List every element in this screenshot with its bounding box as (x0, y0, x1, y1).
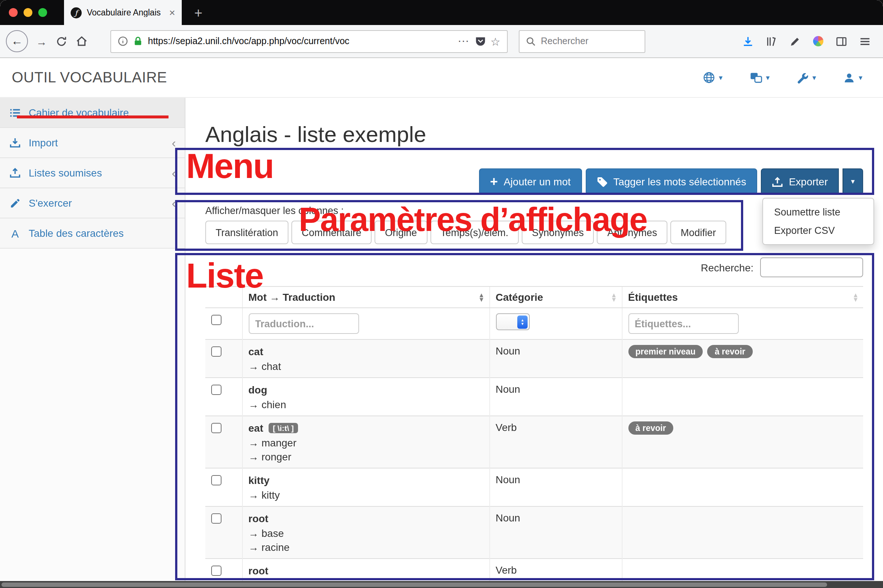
column-toggle-button[interactable]: Modifier (670, 220, 726, 244)
sidebar-item[interactable]: Import ‹ (0, 128, 185, 158)
scrollbar-thumb[interactable] (2, 582, 827, 586)
caret-down-icon: ▾ (766, 74, 770, 81)
home-icon (75, 35, 87, 47)
export-button[interactable]: Exporter (761, 168, 839, 195)
address-bar[interactable]: https://sepia2.unil.ch/voc/app.php/voc/c… (110, 30, 508, 52)
translations: → chat (248, 360, 483, 372)
row-checkbox[interactable] (211, 385, 221, 395)
close-window-button[interactable] (9, 8, 18, 17)
new-tab-button[interactable]: + (194, 6, 202, 20)
user-icon (843, 72, 855, 84)
forward-button[interactable]: → (32, 31, 51, 51)
pocket-icon[interactable] (475, 36, 485, 46)
table-row: eat[ \i:t\ ] → manger→ ronger Verb à rev… (205, 416, 863, 468)
export-caret-button[interactable]: ▾ (842, 168, 863, 195)
library-icon[interactable] (766, 36, 777, 47)
upload-icon (9, 167, 21, 178)
font-icon: A (9, 227, 21, 239)
row-checkbox[interactable] (211, 346, 221, 357)
column-toggle-button[interactable]: Commentaire (291, 220, 372, 244)
browser-tab[interactable]: ƒ Vocabulaire Anglais × (64, 0, 182, 25)
user-menu[interactable]: ▾ (843, 72, 862, 84)
table-row: root Verb (205, 559, 863, 583)
sidebar-toggle-icon[interactable] (836, 36, 847, 47)
sidebar-item-label: S'exercer (29, 197, 72, 209)
browser-search-input[interactable] (541, 36, 638, 46)
page-title: Anglais - liste exemple (205, 122, 883, 148)
back-button[interactable]: ← (6, 30, 28, 52)
column-toggle-button[interactable]: Origine (374, 220, 427, 244)
page-info-icon[interactable] (118, 36, 128, 46)
main-content: Anglais - liste exemple + Ajouter un mot… (185, 98, 883, 588)
column-toggle-button[interactable]: Antonymes (597, 220, 667, 244)
edit-icon (9, 198, 21, 208)
traduction-filter-input[interactable] (248, 313, 359, 334)
word-text: eat (248, 422, 263, 434)
translations: → chien (248, 399, 483, 410)
window-controls (0, 8, 58, 17)
add-word-button[interactable]: + Ajouter un mot (479, 168, 582, 195)
minimize-window-button[interactable] (24, 8, 32, 17)
table-search-input[interactable] (760, 257, 863, 277)
category-filter-select[interactable]: ▲▼ (496, 313, 529, 330)
category-cell: Verb (490, 416, 622, 468)
reload-button[interactable] (51, 31, 71, 51)
home-button[interactable] (71, 31, 91, 51)
site-favicon-icon: ƒ (71, 7, 82, 18)
extension-pinwheel-icon[interactable] (813, 36, 823, 46)
row-checkbox[interactable] (211, 423, 221, 433)
action-button-row: + Ajouter un mot Tagger les mots sélecti… (185, 168, 863, 195)
menu-hamburger-icon[interactable] (859, 36, 871, 47)
tags-cell: à revoir (622, 416, 863, 468)
sidebar-item[interactable]: Cahier de vocabulaire (0, 98, 185, 128)
export-menu-item[interactable]: Soumettre liste (763, 203, 873, 221)
table-row: dog → chien Noun (205, 378, 863, 416)
translation-line: → chien (248, 399, 483, 410)
translations: → manger→ ronger (248, 437, 483, 463)
column-header-etiquettes[interactable]: Étiquettes ▴▾ (622, 286, 863, 308)
translate-icon (750, 71, 762, 84)
browser-window: ƒ Vocabulaire Anglais × + ← → https://se… (0, 0, 883, 588)
column-header-categorie[interactable]: Catégorie ▴▾ (490, 286, 622, 308)
zoom-window-button[interactable] (38, 8, 47, 17)
row-checkbox[interactable] (211, 566, 221, 576)
sort-icon: ▴▾ (612, 294, 616, 302)
url-text[interactable]: https://sepia2.unil.ch/voc/app.php/voc/c… (148, 36, 453, 46)
translate-menu[interactable]: ▾ (750, 71, 770, 84)
tags-cell: premier niveauà revoir (622, 339, 863, 378)
tab-bar: ƒ Vocabulaire Anglais × + (0, 0, 883, 25)
column-toggle-button[interactable]: Synonymes (522, 220, 594, 244)
downloads-icon[interactable] (742, 36, 754, 47)
column-header-mot[interactable]: Mot → Traduction ▴▾ (242, 286, 490, 308)
app-header-icons: ▾ ▾ ▾ ▾ (703, 71, 883, 84)
column-toggle-button[interactable]: Translitération (205, 220, 288, 244)
row-checkbox[interactable] (211, 475, 221, 485)
table-header-row: Mot → Traduction ▴▾ Catégorie ▴▾ Étiquet… (205, 286, 863, 308)
tab-close-icon[interactable]: × (169, 8, 175, 18)
tag-pill: à revoir (628, 422, 673, 435)
select-all-checkbox[interactable] (211, 315, 221, 325)
toolbar-icons (742, 36, 877, 47)
sort-icon: ▴▾ (480, 294, 483, 302)
column-toggle-button[interactable]: Temps(s)/élém. (430, 220, 519, 244)
browser-search-box[interactable] (519, 30, 645, 52)
sidebar-item[interactable]: S'exercer ‹ (0, 188, 185, 218)
export-menu-item[interactable]: Exporter CSV (763, 221, 873, 240)
wrench-icon (797, 72, 809, 84)
plus-icon: + (490, 175, 498, 188)
translations: → base→ racine (248, 527, 483, 553)
sidebar-item[interactable]: Listes soumises ‹ (0, 158, 185, 188)
sidebar-item[interactable]: A Table des caractères (0, 218, 185, 249)
reload-icon (56, 36, 67, 47)
bookmark-star-icon[interactable]: ☆ (490, 36, 500, 47)
page-actions-icon[interactable]: ··· (458, 37, 470, 46)
table-row: kitty → kitty Noun (205, 468, 863, 506)
tools-menu[interactable]: ▾ (797, 72, 816, 84)
pen-icon[interactable] (790, 36, 800, 47)
language-menu[interactable]: ▾ (703, 71, 722, 84)
row-checkbox[interactable] (211, 513, 221, 524)
tag-words-button[interactable]: Tagger les mots sélectionnés (586, 168, 757, 195)
etiquettes-filter-input[interactable] (628, 313, 739, 334)
translation-line: → chat (248, 360, 483, 372)
sidebar-item-label: Listes soumises (29, 167, 102, 179)
